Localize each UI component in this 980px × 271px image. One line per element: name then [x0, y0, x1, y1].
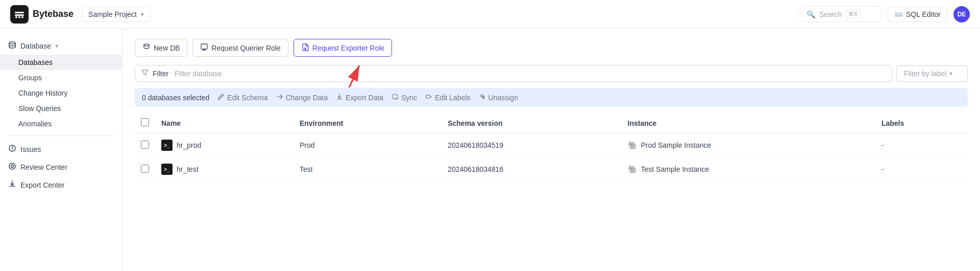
sidebar-item-review-center[interactable]: Review Center [0, 158, 122, 176]
db-name-wrapper: >_ hr_test [161, 164, 287, 175]
table-row: >_ hr_test Test 20240618034816 🐘 Test Sa… [135, 157, 968, 182]
logo-icon [10, 5, 29, 24]
sidebar-item-issues[interactable]: Issues [0, 140, 122, 158]
sidebar-item-groups[interactable]: Groups [0, 70, 122, 85]
sidebar-item-slow-queries-label: Slow Queries [18, 104, 61, 112]
export-data-label: Export Data [346, 94, 383, 102]
row-checkbox-cell[interactable] [135, 157, 155, 182]
svg-point-3 [18, 16, 20, 18]
change-data-label: Change Data [286, 94, 328, 102]
sync-action[interactable]: Sync [391, 93, 417, 102]
svg-point-8 [12, 149, 13, 150]
svg-point-2 [15, 16, 17, 18]
logo-text: Bytebase [33, 9, 74, 19]
svg-rect-0 [15, 12, 24, 13]
table-row: >_ hr_prod Prod 20240618034519 🐘 Prod Sa… [135, 133, 968, 157]
sync-icon [391, 93, 399, 102]
svg-point-5 [9, 42, 15, 44]
svg-rect-12 [201, 44, 207, 49]
unassign-action[interactable]: Unassign [479, 93, 518, 102]
search-bar[interactable]: 🔍 Search ⌘K [800, 6, 881, 22]
request-exporter-label: Request Exporter Role [312, 44, 385, 52]
row-checkbox[interactable] [141, 141, 149, 149]
terminal-icon: ⌨️ [894, 10, 903, 18]
request-exporter-button[interactable]: Request Exporter Role [293, 39, 393, 57]
table-body: >_ hr_prod Prod 20240618034519 🐘 Prod Sa… [135, 133, 968, 182]
select-all-checkbox[interactable] [141, 118, 149, 126]
instance-column-header: Instance [622, 113, 875, 133]
edit-labels-action[interactable]: Edit Labels [425, 93, 470, 102]
database-icon [8, 41, 16, 51]
select-all-header[interactable] [135, 113, 155, 133]
edit-labels-icon [425, 93, 432, 102]
header: Bytebase Sample Project ▾ 🔍 Search ⌘K ⌨️… [0, 0, 980, 29]
filter-by-label-text: Filter by label [904, 70, 946, 78]
filter-input[interactable]: Filter Filter database [135, 65, 892, 82]
export-icon [8, 180, 16, 190]
instance-name[interactable]: Prod Sample Instance [641, 141, 712, 149]
project-name: Sample Project [88, 10, 137, 18]
filter-by-label-select[interactable]: Filter by label ▾ [896, 65, 968, 82]
avatar[interactable]: DE [953, 6, 970, 22]
export-data-icon [336, 93, 343, 102]
row-schema-cell: 20240618034519 [442, 133, 621, 157]
row-schema-cell: 20240618034816 [442, 157, 621, 182]
db-terminal-icon: >_ [161, 140, 173, 151]
pg-icon: 🐘 [628, 141, 638, 150]
new-db-button[interactable]: New DB [135, 39, 187, 57]
sidebar-item-slow-queries[interactable]: Slow Queries [0, 101, 122, 116]
db-name[interactable]: hr_prod [177, 141, 201, 149]
chevron-down-icon: ▾ [55, 42, 58, 50]
main-layout: Database ▾ Databases Groups Change Histo… [0, 29, 980, 271]
sidebar-item-databases-label: Databases [18, 58, 53, 66]
row-checkbox[interactable] [141, 165, 149, 173]
row-checkbox-cell[interactable] [135, 133, 155, 157]
querier-icon [200, 43, 208, 53]
search-label: Search [819, 10, 842, 18]
chevron-down-icon: ▾ [949, 70, 952, 77]
export-data-action[interactable]: Export Data [336, 93, 383, 102]
database-group-label: Database [20, 42, 51, 50]
review-icon [8, 162, 16, 172]
filter-placeholder: Filter database [175, 70, 222, 78]
search-shortcut: ⌘K [846, 10, 860, 18]
db-name[interactable]: hr_test [177, 165, 199, 173]
row-name-cell: >_ hr_test [155, 157, 293, 182]
db-terminal-icon: >_ [161, 164, 173, 175]
instance-name[interactable]: Test Sample Instance [641, 165, 709, 173]
svg-point-4 [21, 16, 23, 18]
sidebar-item-anomalies-label: Anomalies [18, 120, 52, 128]
row-labels-cell: - [875, 133, 968, 157]
sql-editor-button[interactable]: ⌨️ SQL Editor [888, 7, 947, 22]
row-name-cell: >_ hr_prod [155, 133, 293, 157]
selection-count: 0 databases selected [142, 94, 209, 102]
sidebar-export-label: Export Center [20, 181, 64, 189]
labels-column-header: Labels [875, 113, 968, 133]
instance-wrapper: 🐘 Test Sample Instance [628, 165, 869, 174]
edit-schema-action[interactable]: Edit Schema [217, 93, 267, 102]
sidebar-issues-label: Issues [20, 145, 41, 153]
project-selector[interactable]: Sample Project ▾ [82, 7, 151, 22]
sidebar-item-anomalies[interactable]: Anomalies [0, 116, 122, 131]
filter-label: Filter [153, 70, 168, 78]
selection-bar: 0 databases selected Edit Schema [135, 88, 968, 107]
change-data-action[interactable]: Change Data [276, 93, 328, 102]
sidebar-item-change-history[interactable]: Change History [0, 85, 122, 101]
table-header: Name Environment Schema version Instance… [135, 113, 968, 133]
new-db-label: New DB [154, 44, 180, 52]
name-column-header: Name [155, 113, 293, 133]
sidebar-group-database[interactable]: Database ▾ [0, 37, 122, 55]
schema-version-column-header: Schema version [442, 113, 621, 133]
sidebar-divider [8, 136, 114, 136]
unassign-icon [479, 93, 486, 102]
sidebar-item-export-center[interactable]: Export Center [0, 176, 122, 194]
sidebar-review-label: Review Center [20, 163, 67, 171]
count-number: 0 [142, 94, 146, 102]
avatar-initials: DE [958, 11, 966, 18]
header-left: Bytebase Sample Project ▾ [10, 5, 151, 24]
sidebar-item-databases[interactable]: Databases [0, 55, 122, 70]
pg-icon: 🐘 [628, 165, 638, 174]
filter-row: Filter Filter database Filter by label ▾ [135, 65, 968, 82]
request-querier-button[interactable]: Request Querier Role [192, 39, 288, 57]
logo: Bytebase [10, 5, 74, 24]
